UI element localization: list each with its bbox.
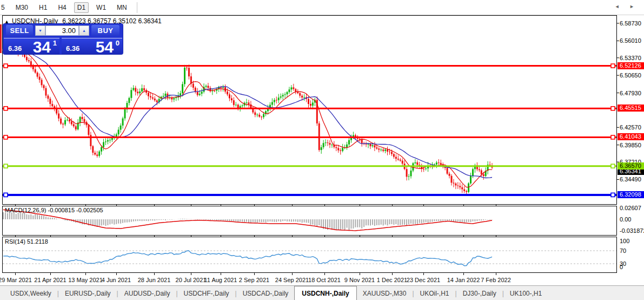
date-axis-label: 7 Feb 2022	[481, 277, 511, 283]
date-axis-label: 21 Apr 2021	[34, 277, 66, 283]
macd-indicator-label: MACD(12,26,9) -0.000815 -0.002505	[5, 207, 103, 213]
date-axis-label: 13 May 2021	[68, 277, 103, 283]
price-axis-tick-label: 6.58730	[620, 20, 641, 27]
price-axis-tick-label: 6.42570	[620, 124, 641, 131]
date-axis-label: 11 Aug 2021	[204, 277, 237, 283]
date-axis-label: 4 Jun 2021	[102, 277, 131, 283]
horizontal-line-6.36570[interactable]	[3, 164, 616, 168]
price-axis-tick-label: 6.34490	[620, 176, 641, 183]
rsi-axis-tick-label: 0	[620, 264, 623, 271]
volume-increase-button[interactable]: ▲	[79, 25, 89, 36]
volume-input[interactable]: 3.00	[45, 25, 79, 36]
horizontal-line-6.32098[interactable]	[3, 193, 616, 197]
date-axis-label: 24 Sep 2021	[275, 277, 309, 283]
level-price-label: 6.32098	[618, 191, 644, 198]
sell-button[interactable]: SELL	[6, 25, 33, 36]
clipped-candle-fragment	[0, 24, 2, 53]
date-axis-label: 28 Jun 2021	[138, 277, 171, 283]
chart-tab-dj30-daily[interactable]: DJ30-,Daily	[457, 290, 502, 297]
sell-price-big: 34	[33, 39, 51, 55]
macd-axis-tick-label: 0.02607	[620, 205, 641, 212]
chart-tab-usdchf-daily[interactable]: USDCHF-,Daily	[178, 290, 235, 297]
sell-price-small: 6.36	[8, 44, 22, 53]
rsi-axis-tick-label: 70	[620, 247, 626, 255]
horizontal-line-6.52126[interactable]	[3, 64, 616, 68]
level-price-label: 6.45515	[618, 105, 644, 112]
rsi-panel-border	[3, 237, 617, 273]
chart-tab-usdcad-daily[interactable]: USDCAD-,Daily	[237, 290, 295, 297]
volume-decrease-button[interactable]: ▼	[35, 25, 45, 36]
one-click-trade-widget: SELL ▼ 3.00 ▲ BUY 6.36 34 1 6.36 54 0	[3, 24, 123, 54]
tab-scroll-arrows[interactable]: ◄ ►	[615, 4, 639, 9]
chart-tab-bar: USDX,Weekly|EURUSD-,Daily|AUDUSD-,Daily|…	[0, 285, 644, 300]
level-price-label: 6.52126	[618, 62, 644, 69]
candles-group	[3, 44, 493, 194]
chart-tab-eurusd-daily[interactable]: EURUSD-,Daily	[59, 290, 117, 297]
rsi-axis-tick-label: 100	[620, 238, 629, 245]
sell-price-panel[interactable]: 6.36 34 1	[4, 38, 59, 54]
date-axis-label: 29 Mar 2021	[0, 277, 32, 283]
chart-tab-uk100-h1[interactable]: UK100-,H1	[504, 290, 548, 297]
date-axis-label: 1 Dec 2021	[377, 277, 407, 283]
price-axis-tick-label: 6.53370	[620, 55, 641, 62]
ma-slow-line	[3, 50, 492, 178]
price-axis-tick-label: 6.50650	[620, 72, 641, 79]
chart-tab-usdx-weekly[interactable]: USDX,Weekly	[4, 290, 57, 297]
chart-tab-usdcnh-daily[interactable]: USDCNH-,Daily	[294, 286, 356, 300]
rsi-indicator-label: RSI(14) 51.2118	[5, 238, 48, 245]
buy-price-big: 54	[96, 39, 114, 55]
buy-button[interactable]: BUY	[91, 25, 119, 36]
sell-price-sup: 1	[53, 39, 57, 47]
date-axis-label: 9 Nov 2021	[344, 277, 375, 283]
horizontal-line-6.41043[interactable]	[3, 135, 616, 139]
date-axis-label: 23 Dec 2021	[407, 277, 440, 283]
date-axis-label: 14 Jan 2022	[447, 277, 480, 283]
buy-price-small: 6.36	[66, 44, 79, 53]
price-axis-tick-label: 6.39850	[620, 142, 641, 149]
buy-price-sup: 0	[116, 39, 119, 47]
level-price-label: 6.41043	[618, 133, 644, 140]
macd-axis-tick-label: 0.00	[620, 216, 631, 223]
date-axis-label: 2 Sep 2021	[239, 277, 269, 283]
horizontal-line-6.45515[interactable]	[3, 107, 616, 110]
buy-price-panel[interactable]: 6.36 54 0	[62, 38, 122, 54]
price-axis-tick-label: 6.56010	[620, 37, 641, 44]
trade-widget-top-row: SELL ▼ 3.00 ▲ BUY	[3, 24, 123, 37]
date-axis-label: 18 Oct 2021	[308, 277, 341, 283]
chart-tab-ukoil-h1[interactable]: UKOil-,H1	[414, 290, 455, 297]
terminal-window: 5M30H1H4D1W1MN ▲USDCNH-,Daily6.36223 6.3…	[0, 0, 644, 300]
macd-axis-tick-label: -0.031872	[620, 227, 644, 234]
chart-tab-audusd-daily[interactable]: AUDUSD-,Daily	[118, 290, 176, 297]
chart-tab-xauusd-m30[interactable]: XAUUSD-,M30	[357, 290, 413, 297]
level-price-label: 6.36570	[618, 162, 644, 169]
price-axis-tick-label: 6.47930	[620, 90, 641, 97]
date-axis-label: 20 Jul 2021	[176, 277, 207, 283]
